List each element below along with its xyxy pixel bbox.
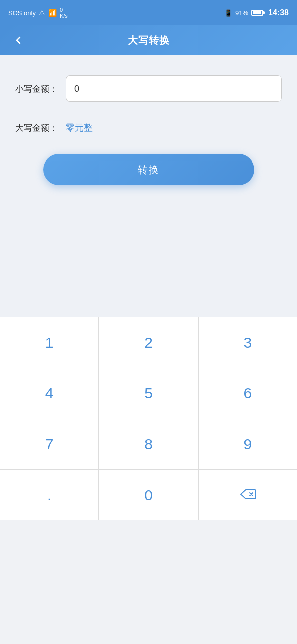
key-5[interactable]: 5 (99, 368, 198, 419)
small-amount-input[interactable] (66, 75, 282, 102)
keypad-row-3: 7 8 9 (0, 419, 297, 470)
large-amount-value: 零元整 (66, 122, 93, 134)
keypad-row-4: . 0 (0, 470, 297, 520)
convert-button[interactable]: 转换 (43, 154, 254, 185)
key-6[interactable]: 6 (199, 368, 297, 419)
warning-icon: ⚠ (39, 9, 45, 17)
status-bar: SOS only ⚠ 📶 0 K/s 📱 91% 14:38 (0, 0, 297, 25)
key-8[interactable]: 8 (99, 419, 198, 469)
network-speed: 0 K/s (60, 7, 68, 19)
small-amount-row: 小写金额： (15, 75, 282, 102)
key-7[interactable]: 7 (0, 419, 99, 469)
key-dot[interactable]: . (0, 470, 99, 520)
small-amount-label: 小写金额： (15, 83, 58, 95)
key-backspace[interactable] (199, 470, 297, 520)
sos-text: SOS only (8, 9, 36, 17)
status-right: 📱 91% 14:38 (224, 8, 289, 17)
keypad: 1 2 3 4 5 6 7 8 9 . 0 (0, 317, 297, 520)
main-content: 小写金额： 大写金额： 零元整 转换 (0, 55, 297, 317)
keypad-row-1: 1 2 3 (0, 317, 297, 368)
back-button[interactable] (8, 30, 28, 50)
device-icon: 📱 (224, 9, 232, 17)
large-amount-row: 大写金额： 零元整 (15, 122, 282, 134)
key-9[interactable]: 9 (199, 419, 297, 469)
key-0[interactable]: 0 (99, 470, 198, 520)
backspace-icon (240, 488, 256, 503)
battery-icon (251, 10, 263, 16)
time-display: 14:38 (268, 8, 289, 17)
wifi-icon: 📶 (48, 9, 57, 17)
top-nav: 大写转换 (0, 25, 297, 55)
large-amount-label: 大写金额： (15, 122, 58, 134)
key-4[interactable]: 4 (0, 368, 99, 419)
page-title: 大写转换 (128, 34, 170, 47)
keypad-row-2: 4 5 6 (0, 368, 297, 419)
key-2[interactable]: 2 (99, 317, 198, 368)
key-3[interactable]: 3 (199, 317, 297, 368)
key-1[interactable]: 1 (0, 317, 99, 368)
status-left: SOS only ⚠ 📶 0 K/s (8, 7, 68, 19)
battery-percent: 91% (235, 9, 248, 17)
